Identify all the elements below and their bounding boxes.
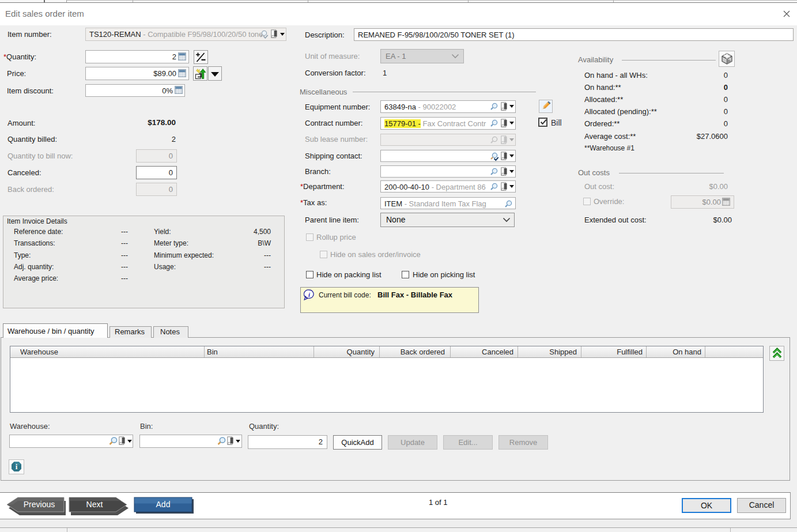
svg-text:Previous: Previous	[24, 500, 55, 509]
svg-text:Add: Add	[156, 500, 171, 509]
svg-text:i: i	[16, 462, 18, 471]
svg-text:Next: Next	[86, 500, 103, 509]
